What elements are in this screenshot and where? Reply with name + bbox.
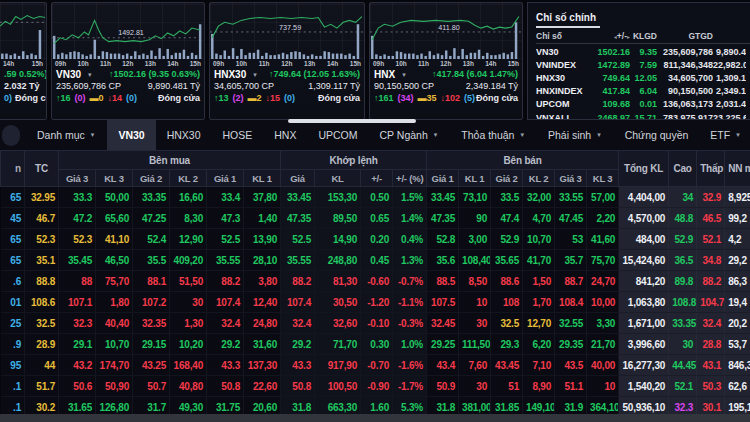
price-cell[interactable]: 43.45 bbox=[491, 355, 523, 376]
price-cell[interactable]: 2,20 bbox=[587, 208, 619, 229]
price-cell[interactable]: 108.6 bbox=[25, 292, 59, 313]
price-cell[interactable]: 51,50 bbox=[170, 271, 207, 292]
price-cell[interactable]: 37,80 bbox=[244, 187, 281, 208]
price-cell[interactable]: 46.7 bbox=[25, 208, 59, 229]
table-row[interactable]: .688.88875,7088.151,5088.23,8088.281,30-… bbox=[1, 271, 750, 292]
price-cell[interactable]: 57,00 bbox=[587, 187, 619, 208]
price-cell[interactable]: -1.20 bbox=[361, 292, 393, 313]
price-cell[interactable]: 7,60 bbox=[459, 355, 491, 376]
price-cell[interactable]: .1 bbox=[1, 376, 25, 397]
price-cell[interactable]: 52.8 bbox=[427, 229, 459, 250]
price-cell[interactable]: 8,50 bbox=[459, 271, 491, 292]
price-cell[interactable]: 43.4 bbox=[427, 355, 459, 376]
price-cell[interactable]: 50,90 bbox=[96, 376, 133, 397]
tab-hose[interactable]: HOSE bbox=[212, 120, 264, 150]
price-cell[interactable]: 8,925,0 bbox=[725, 187, 750, 208]
price-cell[interactable]: 52.5 bbox=[207, 229, 244, 250]
price-cell[interactable]: 73,10 bbox=[459, 187, 491, 208]
price-cell[interactable]: 108.4 bbox=[555, 292, 587, 313]
price-cell[interactable]: 50,00 bbox=[96, 187, 133, 208]
price-cell[interactable]: 40,40 bbox=[96, 313, 133, 334]
price-cell[interactable]: 35.55 bbox=[207, 250, 244, 271]
table-row[interactable]: 6535.135.4546,5035.5409,2035.5528,1035.5… bbox=[1, 250, 750, 271]
price-cell[interactable]: 33.3 bbox=[59, 187, 96, 208]
price-cell[interactable]: 0.45 bbox=[361, 250, 393, 271]
price-cell[interactable]: -0.70 bbox=[361, 355, 393, 376]
price-cell[interactable]: 100,50 bbox=[315, 376, 361, 397]
price-cell[interactable]: 29.2 bbox=[207, 334, 244, 355]
price-cell[interactable]: 33.55 bbox=[555, 187, 587, 208]
price-cell[interactable]: 50.3 bbox=[697, 376, 725, 397]
table-scrollbar[interactable] bbox=[0, 414, 750, 422]
price-cell[interactable]: 30 bbox=[459, 376, 491, 397]
price-cell[interactable]: 409,20 bbox=[170, 250, 207, 271]
price-cell[interactable]: 32.45 bbox=[427, 313, 459, 334]
price-cell[interactable]: 32.3 bbox=[59, 313, 96, 334]
tab-hnx[interactable]: HNX bbox=[263, 120, 307, 150]
price-cell[interactable]: 65,60 bbox=[96, 208, 133, 229]
price-cell[interactable]: 0.20 bbox=[361, 229, 393, 250]
tab-etf[interactable]: ETF▾ bbox=[699, 120, 750, 150]
price-cell[interactable]: 32.5 bbox=[25, 313, 59, 334]
price-cell[interactable]: 29.3 bbox=[491, 334, 523, 355]
price-cell[interactable]: -0.3% bbox=[393, 313, 427, 334]
price-cell[interactable]: 0.4% bbox=[393, 229, 427, 250]
price-cell[interactable]: 111,50 bbox=[459, 334, 491, 355]
price-cell[interactable]: 45 bbox=[1, 208, 25, 229]
price-cell[interactable]: 52.1 bbox=[697, 229, 725, 250]
price-cell[interactable]: 1,40 bbox=[244, 208, 281, 229]
price-cell[interactable]: 10 bbox=[459, 292, 491, 313]
price-cell[interactable]: 1.3% bbox=[393, 250, 427, 271]
price-cell[interactable]: .9 bbox=[1, 334, 25, 355]
price-cell[interactable]: 32,00 bbox=[523, 187, 555, 208]
price-cell[interactable]: 35.1 bbox=[25, 250, 59, 271]
price-cell[interactable]: 62,6 bbox=[725, 376, 750, 397]
table-row[interactable]: 4546.747.265,6047.258,3047.31,4047.3589,… bbox=[1, 208, 750, 229]
price-cell[interactable]: 34.8 bbox=[697, 250, 725, 271]
price-cell[interactable]: 65 bbox=[1, 187, 25, 208]
price-cell[interactable]: 65 bbox=[1, 250, 25, 271]
price-cell[interactable]: 48.8 bbox=[669, 208, 697, 229]
price-cell[interactable]: 51.7 bbox=[25, 376, 59, 397]
chevron-down-icon[interactable]: ▾ bbox=[88, 69, 92, 80]
price-cell[interactable]: 32,60 bbox=[315, 313, 361, 334]
price-cell[interactable]: 88.8 bbox=[25, 271, 59, 292]
price-cell[interactable]: 88.7 bbox=[555, 271, 587, 292]
price-cell[interactable]: 174,70 bbox=[96, 355, 133, 376]
price-cell[interactable]: 484,00 bbox=[619, 229, 669, 250]
price-cell[interactable]: 81,30 bbox=[315, 271, 361, 292]
price-cell[interactable]: 108 bbox=[491, 292, 523, 313]
price-cell[interactable]: 47.3 bbox=[207, 208, 244, 229]
price-cell[interactable]: 32.9 bbox=[697, 187, 725, 208]
price-cell[interactable]: 33.5 bbox=[491, 187, 523, 208]
price-cell[interactable]: 30 bbox=[459, 313, 491, 334]
price-cell[interactable]: -0.7% bbox=[393, 271, 427, 292]
tab-cp-nganh[interactable]: CP Ngành▾ bbox=[369, 120, 451, 150]
table-row[interactable]: .151.750.650,9050.740,8050.822,6050.8100… bbox=[1, 376, 750, 397]
price-cell[interactable]: 108.8 bbox=[669, 292, 697, 313]
price-cell[interactable]: 1,50 bbox=[523, 271, 555, 292]
price-cell[interactable]: 10 bbox=[587, 376, 619, 397]
price-cell[interactable]: 33.4 bbox=[207, 187, 244, 208]
price-cell[interactable]: 0.50 bbox=[361, 187, 393, 208]
price-cell[interactable]: 107.4 bbox=[207, 292, 244, 313]
price-cell[interactable]: 16,60 bbox=[170, 187, 207, 208]
price-cell[interactable]: 35.45 bbox=[59, 250, 96, 271]
price-cell[interactable]: 43.1 bbox=[697, 355, 725, 376]
price-cell[interactable]: 32.4 bbox=[207, 313, 244, 334]
price-cell[interactable]: 52.5 bbox=[281, 229, 315, 250]
price-cell[interactable]: 47.2 bbox=[59, 208, 96, 229]
price-cell[interactable]: 32.5 bbox=[491, 313, 523, 334]
price-cell[interactable]: 40,00 bbox=[587, 355, 619, 376]
price-cell[interactable]: 107.1 bbox=[59, 292, 96, 313]
price-cell[interactable]: 50.8 bbox=[281, 376, 315, 397]
price-cell[interactable]: 50.9 bbox=[427, 376, 459, 397]
price-cell[interactable]: 52.1 bbox=[669, 376, 697, 397]
price-cell[interactable]: 47.45 bbox=[555, 208, 587, 229]
price-cell[interactable]: 88.2 bbox=[697, 271, 725, 292]
price-cell[interactable]: 52.9 bbox=[491, 229, 523, 250]
price-cell[interactable]: 43.2 bbox=[59, 355, 96, 376]
price-cell[interactable]: 89,50 bbox=[315, 208, 361, 229]
price-cell[interactable]: 3,30 bbox=[587, 313, 619, 334]
price-cell[interactable]: 50.8 bbox=[207, 376, 244, 397]
